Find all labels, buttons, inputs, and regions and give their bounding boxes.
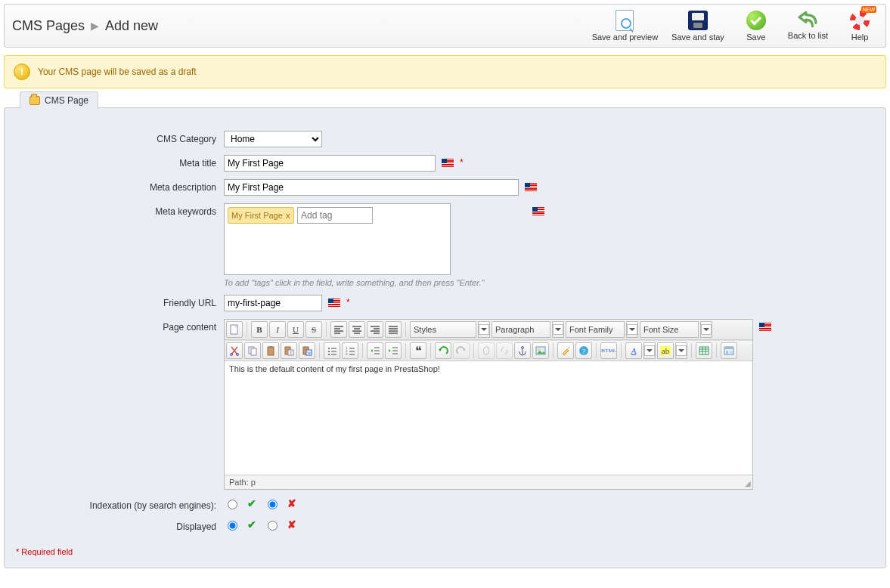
- svg-point-14: [328, 351, 330, 352]
- align-justify-icon[interactable]: [385, 321, 402, 338]
- copy-icon[interactable]: [244, 342, 261, 359]
- html-icon[interactable]: HTML: [600, 342, 617, 359]
- italic-icon[interactable]: I: [269, 321, 286, 338]
- svg-text:?: ?: [582, 348, 585, 355]
- template-icon[interactable]: [721, 342, 737, 359]
- indexation-no-radio[interactable]: [268, 500, 278, 509]
- strikethrough-icon[interactable]: S: [305, 321, 322, 338]
- number-list-icon[interactable]: 123: [342, 342, 358, 359]
- highlight-dropdown-icon[interactable]: [675, 342, 687, 359]
- category-select[interactable]: Home: [224, 131, 322, 147]
- align-right-icon[interactable]: [367, 321, 383, 338]
- redo-icon[interactable]: [453, 342, 470, 359]
- flag-icon[interactable]: [525, 183, 537, 191]
- bullet-list-icon[interactable]: [324, 342, 340, 359]
- keywords-box[interactable]: My First Page x: [224, 203, 451, 275]
- back-label: Back to list: [788, 31, 828, 40]
- tag-input[interactable]: [297, 207, 373, 224]
- cross-icon: ✘: [287, 497, 296, 509]
- text-color-icon[interactable]: A: [625, 342, 642, 359]
- text-color-dropdown-icon[interactable]: [643, 342, 656, 359]
- undo-icon[interactable]: [435, 342, 451, 359]
- folder-icon: [29, 96, 40, 105]
- svg-rect-24: [699, 347, 709, 354]
- font-family-dropdown-icon[interactable]: [626, 321, 638, 338]
- cleanup-icon[interactable]: [557, 342, 574, 359]
- link-icon[interactable]: [478, 342, 495, 359]
- save-and-stay-button[interactable]: Save and stay: [671, 10, 724, 42]
- svg-point-15: [328, 354, 330, 355]
- save-button[interactable]: Save: [738, 10, 774, 42]
- new-document-icon[interactable]: [226, 321, 243, 338]
- paragraph-select[interactable]: Paragraph: [492, 321, 550, 338]
- editor-path: Path: p ◢: [225, 475, 752, 489]
- align-center-icon[interactable]: [349, 321, 365, 338]
- font-size-select[interactable]: Font Size: [640, 321, 699, 338]
- warning-icon: !: [14, 63, 30, 80]
- required-star: *: [346, 297, 350, 308]
- chevron-right-icon: ▶: [91, 20, 99, 32]
- svg-point-13: [328, 348, 330, 349]
- font-size-dropdown-icon[interactable]: [700, 321, 712, 338]
- flag-icon[interactable]: [532, 207, 544, 215]
- outdent-icon[interactable]: [367, 342, 383, 359]
- table-icon[interactable]: [696, 342, 712, 359]
- form-panel: CMS Page CMS Category Home Meta title * …: [4, 107, 886, 568]
- unlink-icon[interactable]: [496, 342, 513, 359]
- editor-toolbar-row1: B I U S Styles Paragraph Font Family F: [225, 320, 752, 340]
- friendly-url-input[interactable]: [224, 295, 322, 311]
- notice-text: Your CMS page will be saved as a draft: [38, 67, 197, 77]
- indexation-yes-radio[interactable]: [228, 500, 237, 509]
- font-family-select[interactable]: Font Family: [566, 321, 625, 338]
- svg-rect-4: [251, 348, 256, 355]
- displayed-yes-radio[interactable]: [228, 521, 237, 531]
- help-button[interactable]: NEW Help: [842, 10, 878, 42]
- bold-icon[interactable]: B: [251, 321, 268, 338]
- label-meta-title: Meta title: [16, 155, 224, 169]
- resize-handle-icon[interactable]: ◢: [745, 479, 751, 487]
- panel-tab[interactable]: CMS Page: [20, 91, 98, 110]
- align-left-icon[interactable]: [330, 321, 347, 338]
- image-icon[interactable]: [532, 342, 549, 359]
- save-and-preview-button[interactable]: Save and preview: [592, 10, 658, 42]
- underline-icon[interactable]: U: [287, 321, 304, 338]
- help-icon[interactable]: ?: [575, 342, 592, 359]
- remove-tag-icon[interactable]: x: [286, 211, 290, 220]
- cut-icon[interactable]: [226, 342, 243, 359]
- flag-icon[interactable]: [442, 159, 454, 167]
- displayed-no-radio[interactable]: [268, 521, 278, 531]
- panel-title: CMS Page: [45, 95, 88, 106]
- label-indexation: Indexation (by search engines):: [16, 497, 224, 511]
- styles-select[interactable]: Styles: [410, 321, 476, 338]
- label-displayed: Displayed: [16, 518, 224, 532]
- breadcrumb-current: Add new: [105, 18, 158, 34]
- floppy-icon: [688, 11, 708, 30]
- label-friendly-url: Friendly URL: [16, 295, 224, 308]
- toolbar: CMS Pages ▶ Add new Save and preview Sav…: [4, 4, 886, 48]
- breadcrumb: CMS Pages ▶ Add new: [12, 18, 158, 34]
- styles-dropdown-icon[interactable]: [478, 321, 490, 338]
- paste-text-icon[interactable]: T: [281, 342, 297, 359]
- paragraph-dropdown-icon[interactable]: [552, 321, 564, 338]
- blockquote-icon[interactable]: ❝: [410, 342, 426, 359]
- meta-desc-input[interactable]: [224, 179, 519, 196]
- highlight-icon[interactable]: ab: [657, 342, 674, 359]
- paste-word-icon[interactable]: W: [299, 342, 315, 359]
- label-category: CMS Category: [16, 131, 224, 144]
- check-icon: ✔: [247, 497, 256, 509]
- cross-icon: ✘: [287, 518, 296, 531]
- breadcrumb-root[interactable]: CMS Pages: [12, 18, 85, 34]
- meta-title-input[interactable]: [224, 155, 436, 172]
- new-badge: NEW: [861, 6, 876, 13]
- indent-icon[interactable]: [385, 342, 402, 359]
- check-icon: ✔: [247, 518, 256, 531]
- svg-rect-6: [269, 346, 272, 348]
- svg-rect-27: [730, 351, 733, 354]
- paste-icon[interactable]: [262, 342, 279, 359]
- back-to-list-button[interactable]: Back to list: [788, 10, 828, 42]
- flag-icon[interactable]: [759, 323, 771, 331]
- anchor-icon[interactable]: [514, 342, 531, 359]
- flag-icon[interactable]: [328, 299, 340, 307]
- draft-notice: ! Your CMS page will be saved as a draft: [4, 55, 886, 88]
- editor-body[interactable]: This is the default content of my first …: [225, 361, 752, 475]
